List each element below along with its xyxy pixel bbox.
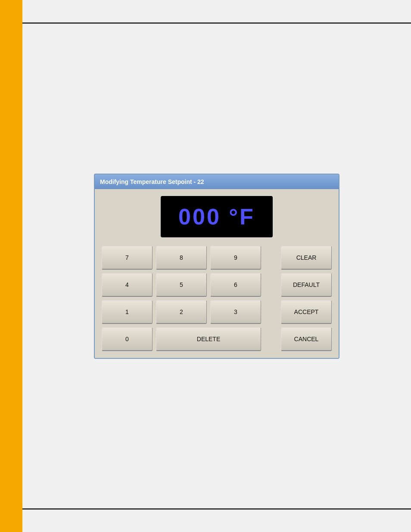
button-4[interactable]: 4 [102,273,153,297]
button-2[interactable]: 2 [156,300,207,324]
button-default[interactable]: DEFAULT [281,273,332,297]
spacer-1 [265,246,277,270]
dialog-title: Modifying Temperature Setpoint - 22 [100,178,204,185]
dialog-panel: Modifying Temperature Setpoint - 22 000 … [94,174,339,359]
display-screen: 000 °F [161,196,273,237]
title-bar: Modifying Temperature Setpoint - 22 [95,174,339,189]
button-8[interactable]: 8 [156,246,207,270]
button-7[interactable]: 7 [102,246,153,270]
bottom-divider [22,508,411,510]
button-accept[interactable]: ACCEPT [281,300,332,324]
button-0[interactable]: 0 [102,327,153,351]
dialog-body: 000 °F 7 8 9 CLEAR 4 5 6 DEFAULT 1 2 3 [95,189,339,358]
sidebar-bar [0,0,22,532]
button-5[interactable]: 5 [156,273,207,297]
content-area: Modifying Temperature Setpoint - 22 000 … [22,24,411,508]
button-grid: 7 8 9 CLEAR 4 5 6 DEFAULT 1 2 3 ACCEPT 0 [102,246,332,351]
button-1[interactable]: 1 [102,300,153,324]
display-value: 000 °F [178,204,255,230]
button-9[interactable]: 9 [210,246,261,270]
spacer-4 [265,327,277,351]
button-cancel[interactable]: CANCEL [281,327,332,351]
button-3[interactable]: 3 [210,300,261,324]
button-delete[interactable]: DELETE [156,327,261,351]
spacer-3 [265,300,277,324]
button-clear[interactable]: CLEAR [281,246,332,270]
spacer-2 [265,273,277,297]
button-6[interactable]: 6 [210,273,261,297]
